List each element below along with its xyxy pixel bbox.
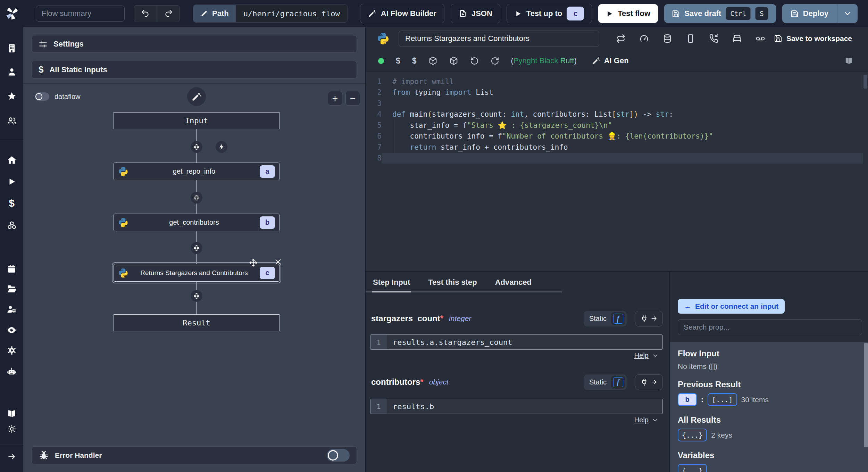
result-key-badge[interactable]: b [678, 393, 697, 406]
path-value[interactable]: u/henri/gracious_flow [236, 5, 348, 22]
deploy-more-button[interactable] [837, 4, 858, 23]
graph-node-step-c-selected[interactable]: Returns Stargazers and Contributors c [114, 264, 279, 282]
database-icon[interactable] [662, 34, 672, 43]
sidebar-item-settings[interactable] [0, 341, 23, 360]
save-to-workspace-button[interactable]: Save to workspace [774, 34, 852, 43]
sidebar-item-runs[interactable] [0, 172, 23, 191]
test-up-to-button[interactable]: Test up to c [507, 4, 592, 23]
test-flow-button[interactable]: Test flow [598, 4, 658, 23]
undo-button[interactable] [134, 6, 157, 22]
graph-node-input[interactable]: Input [114, 112, 279, 129]
sidebar-item-folders[interactable] [0, 279, 23, 299]
delete-step-button[interactable] [274, 258, 282, 266]
function-mode-chip[interactable]: f [611, 312, 625, 325]
redo-button[interactable] [157, 6, 180, 22]
help-link[interactable]: Help [634, 416, 659, 424]
all-static-inputs-button[interactable]: $ All Static Inputs [32, 61, 357, 78]
code-line[interactable]: 1# import wmill [366, 76, 868, 87]
deploy-button[interactable]: Deploy [782, 4, 837, 23]
sidebar-item-audit-logs[interactable] [0, 320, 23, 340]
object-collapse-badge[interactable]: {...} [678, 429, 707, 441]
path-editor[interactable]: Path u/henri/gracious_flow [193, 5, 348, 23]
flow-summary-input[interactable] [36, 6, 125, 22]
gauge-icon[interactable] [639, 34, 649, 43]
sidebar-item-favorites[interactable] [0, 86, 23, 106]
sidebar-item-workers[interactable] [0, 299, 23, 319]
tab-step-input[interactable]: Step Input [372, 272, 411, 292]
dollar-icon[interactable]: $ [396, 56, 400, 66]
sidebar-item-groups[interactable] [0, 111, 23, 131]
error-handler-row[interactable]: Error Handler [32, 446, 357, 464]
code-line[interactable]: 5 star_info = f"Stars ⭐ : {stargazers_co… [366, 120, 868, 131]
save-draft-button[interactable]: Save draft Ctrl S [664, 4, 776, 23]
graph-node-result[interactable]: Result [114, 314, 279, 331]
add-trigger-button[interactable] [216, 141, 227, 153]
help-link[interactable]: Help [634, 351, 659, 359]
code-line[interactable]: 7 return star_info + contributors_info [366, 142, 868, 153]
editor-scrollbar[interactable] [863, 75, 867, 89]
dollar-icon[interactable]: $ [412, 56, 417, 66]
windmill-logo[interactable] [0, 0, 23, 27]
array-collapse-badge[interactable]: [...] [708, 393, 737, 406]
sidebar-item-theme[interactable] [0, 419, 23, 439]
sidebar-item-schedules[interactable] [0, 259, 23, 278]
expr-editor-contributors[interactable]: 1 results.b [370, 399, 663, 414]
tab-test-this-step[interactable]: Test this step [428, 272, 478, 292]
package-icon[interactable] [449, 56, 458, 65]
ai-flow-builder-button[interactable]: AI Flow Builder [360, 4, 444, 23]
package-icon[interactable] [428, 56, 437, 65]
add-step-button[interactable] [191, 141, 202, 153]
voicemail-icon[interactable] [756, 34, 765, 43]
json-button[interactable]: JSON [451, 4, 500, 23]
dataflow-toggle[interactable] [35, 92, 49, 101]
phone-incoming-icon[interactable] [709, 34, 719, 43]
add-step-button[interactable] [191, 192, 202, 204]
connect-input-button[interactable]: : [635, 311, 663, 326]
step-title-input[interactable] [399, 31, 599, 47]
props-scrollbar[interactable] [864, 343, 868, 447]
static-mode-toggle[interactable]: Static f [584, 311, 627, 326]
rotate-ccw-icon[interactable] [470, 57, 479, 65]
sidebar-item-resources[interactable] [0, 216, 23, 235]
code-line[interactable]: 3 [366, 98, 868, 109]
zoom-out-button[interactable]: − [345, 91, 360, 106]
graph-node-step-b[interactable]: get_contributors b [114, 214, 279, 231]
connect-input-button[interactable] [635, 374, 663, 390]
sun-icon [7, 424, 16, 433]
sidebar-item-variables[interactable]: $ [0, 193, 23, 213]
add-step-button[interactable] [191, 242, 202, 254]
docs-book-icon[interactable] [844, 56, 853, 65]
sidebar-item-user[interactable] [0, 62, 23, 82]
code-editor[interactable]: 1# import wmill2from typing import List3… [366, 72, 868, 271]
add-step-button[interactable] [191, 290, 202, 302]
sidebar-item-home[interactable] [0, 150, 23, 170]
zoom-in-button[interactable]: + [328, 91, 342, 106]
code-line[interactable]: 4def main(stargazers_count: int, contrib… [366, 109, 868, 120]
sidebar-item-ai[interactable] [0, 362, 23, 381]
code-line[interactable]: 8 [366, 153, 868, 164]
move-step-handle[interactable] [249, 258, 258, 267]
ai-gen-button[interactable]: AI Gen [592, 56, 629, 65]
code-line[interactable]: 6 contributors_info = f"Number of contri… [366, 131, 868, 142]
sidebar-expand-button[interactable] [0, 447, 23, 466]
prop-search-input[interactable] [678, 319, 862, 335]
code-line[interactable]: 2from typing import List [366, 87, 868, 98]
expr-editor-stargazers[interactable]: 1 results.a.stargazers_count [370, 334, 663, 350]
graph-node-step-a[interactable]: get_repo_info a [114, 163, 279, 180]
tab-advanced[interactable]: Advanced [494, 272, 532, 292]
static-mode-toggle[interactable]: Static f [584, 374, 627, 390]
error-handler-toggle[interactable] [327, 449, 350, 462]
bed-icon[interactable] [732, 34, 742, 43]
test-up-to-label: Test up to [526, 9, 562, 18]
rotate-cw-icon[interactable] [491, 57, 499, 65]
flow-settings-button[interactable]: Settings [32, 35, 357, 53]
line-number: 8 [366, 154, 382, 162]
object-collapse-badge[interactable]: {...} [678, 464, 707, 472]
function-mode-chip[interactable]: f [611, 376, 625, 389]
edit-or-connect-button[interactable]: ← Edit or connect an input [678, 299, 785, 314]
tablet-icon[interactable] [686, 34, 695, 43]
repeat-icon[interactable] [616, 34, 626, 43]
ai-graph-wand-button[interactable] [187, 87, 206, 106]
sidebar-item-workspace[interactable] [0, 39, 23, 58]
windmill-logo-icon [5, 7, 19, 20]
